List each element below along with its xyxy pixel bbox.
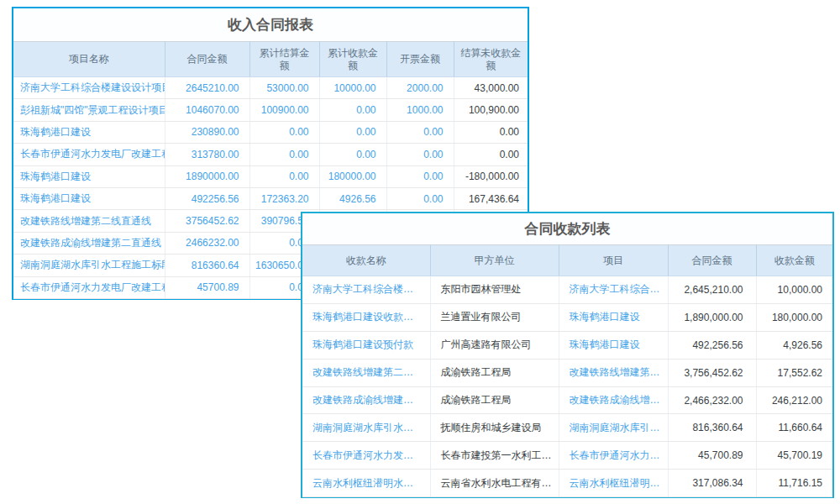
receipt-name-link[interactable]: 湖南洞庭湖水库引水工程施工标段 <box>302 414 430 442</box>
project-link[interactable]: 长春市伊通河水力发电厂改建工程 <box>559 442 668 470</box>
column-header: 收款金额 <box>756 245 832 276</box>
received-amount-cell: 11,660.64 <box>756 414 832 442</box>
receipt-name-link[interactable]: 济南大学工科综合楼建设设计项目 <box>302 276 430 304</box>
project-name-link[interactable]: 长春市伊通河水力发电厂改建工程 <box>13 144 165 165</box>
settled-amount-cell: 172363.20 <box>249 187 319 209</box>
project-link[interactable]: 改建铁路线增建第二线直通线 <box>559 359 668 386</box>
table-row: 长春市伊通河水力发电厂改建工程长春市建投第一水利工程公司长春市伊通河水力发电厂改… <box>302 442 832 470</box>
column-header: 结算未收款金额 <box>454 42 528 77</box>
receipt-name-link[interactable]: 云南水利枢纽潜明水库工程收款 <box>302 470 430 497</box>
invoiced-amount-cell: 0.00 <box>386 121 454 143</box>
project-link[interactable]: 珠海鹤港口建设 <box>559 331 668 359</box>
received-amount-cell: 11,716.15 <box>756 470 832 497</box>
invoiced-amount-cell: 2000.00 <box>386 77 454 99</box>
received-amount-cell: 45,700.19 <box>756 442 832 470</box>
receipt-name-link[interactable]: 改建铁路线增建第二线直通线 <box>302 359 430 386</box>
project-name-link[interactable]: 改建铁路成渝线增建第二直通线 <box>13 232 165 254</box>
contract-amount-cell: 313780.00 <box>165 144 249 165</box>
project-link[interactable]: 济南大学工科综合楼建设设计项目 <box>559 276 668 304</box>
project-name-link[interactable]: 彭祖新城"四馆"景观工程设计项目 <box>13 99 165 121</box>
income-report-title: 收入合同报表 <box>13 8 528 41</box>
contract-amount-cell: 816,360.64 <box>668 414 756 442</box>
contract-amount-cell: 45,700.89 <box>668 442 756 470</box>
receipt-list-header: 收款名称甲方单位项目合同金额收款金额 <box>302 245 832 276</box>
table-row: 济南大学工科综合楼建设设计项目2645210.0053000.0010000.0… <box>13 77 528 99</box>
receipt-name-link[interactable]: 长春市伊通河水力发电厂改建工程 <box>302 442 430 470</box>
column-header: 项目名称 <box>13 42 165 77</box>
unsettled-amount-cell: 43,000.00 <box>454 77 528 99</box>
contract-amount-cell: 1890000.00 <box>165 165 249 187</box>
project-name-link[interactable]: 长春市伊通河水力发电厂改建工程 <box>13 276 165 298</box>
received-amount-cell: 17,552.62 <box>756 359 832 386</box>
party-unit-cell: 兰迪置业有限公司 <box>430 303 559 331</box>
column-header: 累计收款金额 <box>319 42 386 77</box>
project-name-link[interactable]: 珠海鹤港口建设 <box>13 165 165 187</box>
column-header: 开票金额 <box>386 42 454 77</box>
table-row: 珠海鹤港口建设收款合同兰迪置业有限公司珠海鹤港口建设1,890,000.0018… <box>302 303 832 331</box>
receipt-list-table: 收款名称甲方单位项目合同金额收款金额 济南大学工科综合楼建设设计项目东阳市园林管… <box>302 244 832 497</box>
party-unit-cell: 云南省水利水电工程有限公司 <box>430 470 559 497</box>
contract-amount-cell: 2645210.00 <box>165 77 249 99</box>
header-row: 项目名称合同金额累计结算金额累计收款金额开票金额结算未收款金额 <box>13 42 528 77</box>
income-report-header: 项目名称合同金额累计结算金额累计收款金额开票金额结算未收款金额 <box>13 42 528 77</box>
settled-amount-cell: 0.00 <box>249 144 319 165</box>
project-name-link[interactable]: 珠海鹤港口建设 <box>13 187 165 209</box>
contract-amount-cell: 317,086.34 <box>668 470 756 497</box>
project-link[interactable]: 云南水利枢纽潜明水库工程 <box>559 470 668 497</box>
contract-amount-cell: 45700.89 <box>165 276 249 298</box>
column-header: 收款名称 <box>302 245 430 276</box>
contract-amount-cell: 1,890,000.00 <box>668 303 756 331</box>
project-name-link[interactable]: 珠海鹤港口建设 <box>13 121 165 143</box>
project-link[interactable]: 改建铁路成渝线增建第二直通线 <box>559 386 668 414</box>
invoiced-amount-cell: 0.00 <box>386 144 454 165</box>
settled-amount-cell: 100900.00 <box>249 99 319 121</box>
project-name-link[interactable]: 济南大学工科综合楼建设设计项目 <box>13 77 165 99</box>
contract-amount-cell: 2,645,210.00 <box>668 276 756 304</box>
contract-amount-cell: 816360.64 <box>165 255 249 276</box>
invoiced-amount-cell: 0.00 <box>386 165 454 187</box>
table-row: 珠海鹤港口建设492256.56172363.204926.560.00167,… <box>13 187 528 209</box>
invoiced-amount-cell: 1000.00 <box>386 99 454 121</box>
receipt-name-link[interactable]: 改建铁路成渝线增建第二直通线 <box>302 386 430 414</box>
receipt-name-link[interactable]: 珠海鹤港口建设预付款 <box>302 331 430 359</box>
received-amount-cell: 10000.00 <box>319 77 386 99</box>
unsettled-amount-cell: 0.00 <box>454 121 528 143</box>
settled-amount-cell: 0.00 <box>249 121 319 143</box>
unsettled-amount-cell: 0.00 <box>454 144 528 165</box>
project-name-link[interactable]: 改建铁路线增建第二线直通线 <box>13 210 165 232</box>
contract-amount-cell: 230890.00 <box>165 121 249 143</box>
settled-amount-cell: 0.00 <box>249 165 319 187</box>
project-name-link[interactable]: 湖南洞庭湖水库引水工程施工标段 <box>13 255 165 276</box>
settled-amount-cell: 53000.00 <box>249 77 319 99</box>
received-amount-cell: 180000.00 <box>319 165 386 187</box>
contract-amount-cell: 492,256.56 <box>668 331 756 359</box>
received-amount-cell: 10,000.00 <box>756 276 832 304</box>
table-row: 珠海鹤港口建设预付款广州高速路有限公司珠海鹤港口建设492,256.564,92… <box>302 331 832 359</box>
header-row: 收款名称甲方单位项目合同金额收款金额 <box>302 245 832 276</box>
table-row: 湖南洞庭湖水库引水工程施工标段抚顺住房和城乡建设局湖南洞庭湖水库引水工程施工标段… <box>302 414 832 442</box>
party-unit-cell: 东阳市园林管理处 <box>430 276 559 304</box>
unsettled-amount-cell: 167,436.64 <box>454 187 528 209</box>
column-header: 累计结算金额 <box>249 42 319 77</box>
project-link[interactable]: 珠海鹤港口建设 <box>559 303 668 331</box>
table-row: 长春市伊通河水力发电厂改建工程313780.000.000.000.000.00 <box>13 144 528 165</box>
party-unit-cell: 广州高速路有限公司 <box>430 331 559 359</box>
receipt-name-link[interactable]: 珠海鹤港口建设收款合同 <box>302 303 430 331</box>
party-unit-cell: 成渝铁路工程局 <box>430 386 559 414</box>
table-row: 云南水利枢纽潜明水库工程收款云南省水利水电工程有限公司云南水利枢纽潜明水库工程3… <box>302 470 832 497</box>
received-amount-cell: 4,926.56 <box>756 331 832 359</box>
column-header: 甲方单位 <box>430 245 559 276</box>
receipt-list-window: 合同收款列表 收款名称甲方单位项目合同金额收款金额 济南大学工科综合楼建设设计项… <box>301 212 834 498</box>
received-amount-cell: 0.00 <box>319 99 386 121</box>
column-header: 合同金额 <box>165 42 249 77</box>
party-unit-cell: 抚顺住房和城乡建设局 <box>430 414 559 442</box>
received-amount-cell: 4926.56 <box>319 187 386 209</box>
receipt-list-title: 合同收款列表 <box>302 213 832 244</box>
received-amount-cell: 180,000.00 <box>756 303 832 331</box>
contract-amount-cell: 492256.56 <box>165 187 249 209</box>
contract-amount-cell: 2466232.00 <box>165 232 249 254</box>
table-row: 珠海鹤港口建设230890.000.000.000.000.00 <box>13 121 528 143</box>
project-link[interactable]: 湖南洞庭湖水库引水工程施工标段 <box>559 414 668 442</box>
received-amount-cell: 0.00 <box>319 121 386 143</box>
table-row: 济南大学工科综合楼建设设计项目东阳市园林管理处济南大学工科综合楼建设设计项目2,… <box>302 276 832 304</box>
